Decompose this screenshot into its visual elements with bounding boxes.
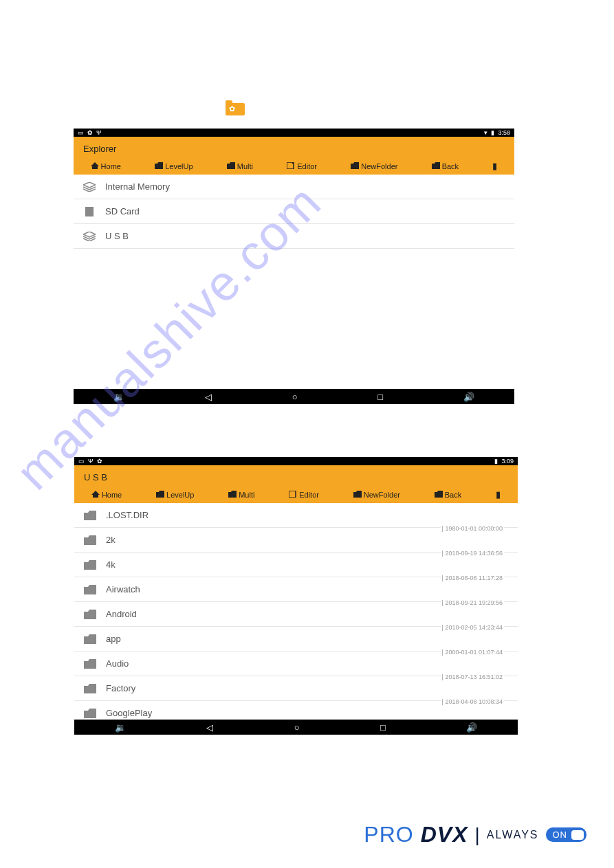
levelup-button[interactable]: LevelUp xyxy=(155,162,193,170)
back-button[interactable]: Back xyxy=(435,491,461,499)
edit-icon xyxy=(287,162,295,170)
back-nav-icon[interactable]: ◁ xyxy=(206,722,213,733)
logo-pro: PRO xyxy=(364,822,413,847)
file-label: GooglePlay xyxy=(106,708,152,718)
more-icon: ▮ xyxy=(492,161,497,171)
status-bar: ▭ ✿ Ψ ▾ ▮ 3:58 xyxy=(74,129,514,137)
file-label: 2k xyxy=(106,535,116,545)
more-button[interactable]: ▮ xyxy=(496,489,501,500)
list-item[interactable]: .LOST.DIR | 1980-01-01 00:00:00 xyxy=(74,503,518,528)
android-nav-bar: 🔉 ◁ ○ □ 🔊 xyxy=(74,389,514,404)
levelup-label: LevelUp xyxy=(166,491,194,499)
editor-label: Editor xyxy=(297,162,317,170)
multi-button[interactable]: Multi xyxy=(228,491,254,499)
recent-nav-icon[interactable]: □ xyxy=(380,722,386,733)
volume-down-icon[interactable]: 🔉 xyxy=(115,722,126,733)
volume-up-icon[interactable]: 🔊 xyxy=(463,392,474,402)
on-toggle: ON xyxy=(546,827,587,842)
newfolder-label: NewFolder xyxy=(361,162,397,170)
folder-multi-icon xyxy=(227,162,235,170)
folder-multi-icon xyxy=(228,491,237,499)
file-list[interactable]: .LOST.DIR | 1980-01-01 00:00:00 2k | 201… xyxy=(74,503,518,720)
home-label: Home xyxy=(101,162,121,170)
folder-plus-icon xyxy=(353,491,362,499)
gear-small-icon: ✿ xyxy=(87,129,93,136)
file-label: .LOST.DIR xyxy=(106,510,149,520)
separator: | xyxy=(475,824,480,846)
logo-always: ALWAYS xyxy=(487,829,539,841)
back-label: Back xyxy=(445,491,461,499)
battery-icon: ▮ xyxy=(491,129,494,136)
page-title: U S B xyxy=(74,465,518,487)
newfolder-button[interactable]: NewFolder xyxy=(353,491,400,499)
gear-small-icon: ✿ xyxy=(97,458,102,465)
editor-button[interactable]: Editor xyxy=(289,491,319,499)
back-nav-icon[interactable]: ◁ xyxy=(205,392,212,402)
folder-icon xyxy=(84,610,96,619)
folder-back-icon xyxy=(432,162,440,170)
edit-icon xyxy=(289,491,297,499)
volume-down-icon[interactable]: 🔉 xyxy=(113,392,124,402)
list-item[interactable]: U S B xyxy=(74,224,514,249)
battery-icon: ▮ xyxy=(494,458,498,465)
back-button[interactable]: Back xyxy=(432,162,459,170)
folder-icon xyxy=(84,511,96,520)
home-button[interactable]: Home xyxy=(91,162,121,170)
explorer-app-icon: ✿ xyxy=(226,100,245,115)
list-item[interactable]: GooglePlay xyxy=(74,701,518,720)
list-item[interactable]: Android | 2018-02-05 14:23:44 xyxy=(74,602,518,627)
list-item[interactable]: 2k | 2018-09-19 14:36:56 xyxy=(74,528,518,553)
logo-dvx: DVX xyxy=(421,822,468,847)
folder-icon xyxy=(84,709,96,718)
list-item[interactable]: app | 2000-01-01 01:07:44 xyxy=(74,627,518,652)
folder-back-icon xyxy=(435,491,443,499)
newfolder-button[interactable]: NewFolder xyxy=(351,162,397,170)
android-nav-bar: 🔉 ◁ ○ □ 🔊 xyxy=(74,720,518,735)
editor-label: Editor xyxy=(299,491,319,499)
storage-list: Internal Memory SD Card U S B xyxy=(74,175,514,249)
file-label: Factory xyxy=(106,683,135,693)
more-button[interactable]: ▮ xyxy=(492,161,497,171)
home-button[interactable]: Home xyxy=(91,491,122,499)
home-nav-icon[interactable]: ○ xyxy=(292,392,298,402)
list-item[interactable]: Audio | 2018-07-13 16:51:02 xyxy=(74,652,518,676)
card-icon: ▭ xyxy=(78,458,85,465)
folder-plus-icon xyxy=(351,162,359,170)
list-item[interactable]: Airwatch | 2018-09-21 19:29:56 xyxy=(74,577,518,602)
status-time: 3:58 xyxy=(498,129,510,136)
list-item[interactable]: Factory | 2018-04-08 10:08:34 xyxy=(74,676,518,701)
footer-logo: PRO DVX | ALWAYS ON xyxy=(364,822,586,847)
app-header: Explorer Home LevelUp Multi Editor NewFo… xyxy=(74,137,514,175)
list-item[interactable]: 4k | 2018-08-08 11:17:28 xyxy=(74,553,518,577)
levelup-button[interactable]: LevelUp xyxy=(156,491,194,499)
home-nav-icon[interactable]: ○ xyxy=(294,722,300,733)
more-icon: ▮ xyxy=(496,489,501,500)
sdcard-icon xyxy=(83,207,96,216)
newfolder-label: NewFolder xyxy=(364,491,400,499)
multi-label: Multi xyxy=(239,491,254,499)
file-label: 4k xyxy=(106,559,116,570)
on-label: ON xyxy=(553,830,568,840)
multi-button[interactable]: Multi xyxy=(227,162,253,170)
file-label: app xyxy=(106,634,121,644)
toolbar: Home LevelUp Multi Editor NewFolder Back xyxy=(74,158,514,175)
volume-up-icon[interactable]: 🔊 xyxy=(466,722,477,733)
folder-up-icon xyxy=(156,491,164,499)
folder-icon xyxy=(84,659,96,669)
editor-button[interactable]: Editor xyxy=(287,162,317,170)
list-item[interactable]: Internal Memory xyxy=(74,175,514,199)
usb-icon: Ψ xyxy=(96,129,102,136)
home-icon xyxy=(91,491,100,499)
folder-icon xyxy=(84,535,96,545)
folder-icon xyxy=(84,585,96,594)
toolbar: Home LevelUp Multi Editor NewFolder Back xyxy=(74,487,518,504)
app-header: U S B Home LevelUp Multi Editor NewFolde… xyxy=(74,465,518,503)
folder-up-icon xyxy=(155,162,163,170)
storage-label: Internal Memory xyxy=(105,181,170,192)
list-item[interactable]: SD Card xyxy=(74,199,514,224)
status-bar: ▭ Ψ ✿ ▮ 3:09 xyxy=(74,457,518,465)
storage-label: SD Card xyxy=(105,206,140,216)
recent-nav-icon[interactable]: □ xyxy=(377,392,383,402)
file-label: Audio xyxy=(106,658,129,669)
multi-label: Multi xyxy=(237,162,253,170)
